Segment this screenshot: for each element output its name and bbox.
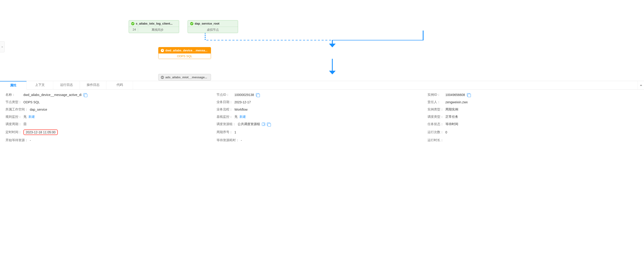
props-row: 节点类型ODPS SQL业务日期2023-12-17责任人zengweixin.…: [6, 100, 638, 104]
prop-value: 1: [234, 130, 236, 134]
prop-label: 节点类型: [6, 100, 22, 104]
props-cell: 业务日期2023-12-17: [216, 100, 428, 104]
properties-panel: 名称dwd_ailabs_device__message_active_di节点…: [0, 90, 644, 149]
collapse-panel-button[interactable]: [638, 81, 644, 89]
prop-value: 无: [24, 115, 26, 119]
props-cell: 名称dwd_ailabs_device__message_active_di: [6, 93, 216, 97]
graph-node-downstream[interactable]: ads_ailabs_miot__message...: [158, 74, 211, 81]
prop-value: 公共调度资源组: [238, 122, 260, 126]
props-cell: 责任人zengweixin.zwx: [428, 100, 638, 104]
prop-value: 10000029138: [234, 93, 254, 97]
prop-label: 周期序号: [216, 130, 232, 134]
prop-label: 业务流程: [216, 107, 232, 112]
props-cell: 实例ID10049656608: [428, 93, 638, 97]
props-cell: 任务状态等待时间: [428, 122, 638, 126]
props-row: 规则监控无新建基线监控无新建调度类型正常任务: [6, 115, 638, 119]
copy-icon[interactable]: [84, 93, 87, 96]
node-subtype: 虚拟节点: [190, 28, 236, 32]
prop-label: 等待资源耗时: [216, 138, 239, 142]
prop-label: 业务日期: [216, 100, 232, 104]
props-row: 所属工作空间dap_service业务流程Workflow实例类型周期实例: [6, 107, 638, 112]
prop-value: dap_service: [30, 108, 47, 111]
props-row: 开始等待资源-等待资源耗时-运行时长: [6, 138, 638, 142]
node-title: s_ailabs_iotx_log_client...: [136, 22, 172, 25]
prop-label: 调度周期: [6, 122, 22, 126]
prop-value: 2023-12-18 11:05:00: [24, 129, 58, 135]
tabs-bar: 属性上下文运行日志操作日志代码: [0, 81, 644, 90]
copy-icon[interactable]: [267, 123, 270, 126]
prop-link[interactable]: 新建: [240, 115, 246, 119]
prop-label: 实例类型: [428, 107, 444, 112]
tab-props[interactable]: 属性: [0, 81, 26, 90]
props-cell: 定时时间2023-12-18 11:05:00: [6, 129, 216, 135]
prop-value: 周期实例: [446, 107, 458, 112]
graph-node-current[interactable]: dwd_ailabs_device__messa... ODPS SQL: [158, 47, 211, 59]
prop-value: 等待时间: [446, 122, 458, 126]
minus-icon: [161, 76, 164, 79]
props-cell: 所属工作空间dap_service: [6, 107, 216, 112]
graph-edges: [0, 0, 644, 81]
prop-value: 10049656608: [446, 93, 465, 97]
node-subtype: ODPS SQL: [158, 54, 211, 59]
tab-code[interactable]: 代码: [106, 81, 133, 89]
props-cell: 节点类型ODPS SQL: [6, 100, 216, 104]
graph-node-source-1[interactable]: s_ailabs_iotx_log_client... 24离线同步: [129, 20, 179, 33]
props-cell: 等待资源耗时-: [216, 138, 428, 142]
prop-link[interactable]: 新建: [28, 115, 35, 119]
node-title: ads_ailabs_miot__message...: [165, 76, 207, 79]
prop-label: 节点ID: [216, 93, 232, 97]
prop-label: 实例ID: [428, 93, 444, 97]
prop-label: 规则监控: [6, 115, 22, 119]
prop-value: 无: [234, 115, 238, 119]
props-cell: 实例类型周期实例: [428, 107, 638, 112]
check-icon: [190, 22, 193, 25]
node-title: dwd_ailabs_device__messa...: [165, 49, 208, 52]
props-row: 定时时间2023-12-18 11:05:00周期序号1运行次数0: [6, 129, 638, 135]
tab-context[interactable]: 上下文: [26, 81, 53, 89]
props-cell: 调度周期日: [6, 122, 216, 126]
prop-value: -: [241, 138, 242, 142]
edit-icon[interactable]: [262, 123, 265, 126]
props-cell: 运行时长: [428, 138, 638, 142]
prop-label: 基线监控: [216, 115, 232, 119]
prop-value: Workflow: [234, 108, 248, 111]
prop-value: 0: [446, 130, 447, 134]
clock-icon: [161, 49, 164, 52]
graph-node-source-2[interactable]: dap_service_root 虚拟节点: [188, 20, 238, 33]
copy-icon[interactable]: [467, 93, 470, 96]
prop-label: 责任人: [428, 100, 444, 104]
prop-label: 调度资源组: [216, 122, 236, 126]
prop-value: 日: [24, 122, 26, 126]
prop-value: ODPS SQL: [24, 100, 40, 104]
props-cell: 周期序号1: [216, 129, 428, 135]
dag-graph: s_ailabs_iotx_log_client... 24离线同步 dap_s…: [0, 0, 644, 81]
props-cell: 业务流程Workflow: [216, 107, 428, 112]
props-row: 名称dwd_ailabs_device__message_active_di节点…: [6, 93, 638, 97]
prop-label: 定时时间: [6, 130, 22, 134]
prop-value: -: [30, 138, 31, 142]
props-cell: 基线监控无新建: [216, 115, 428, 119]
prop-label: 名称: [6, 93, 22, 97]
node-subtype: 离线同步: [138, 28, 177, 32]
props-row: 调度周期日调度资源组公共调度资源组任务状态等待时间: [6, 122, 638, 126]
tab-runlog[interactable]: 运行日志: [53, 81, 80, 89]
prop-label: 调度类型: [428, 115, 444, 119]
prop-value: dwd_ailabs_device__message_active_di: [24, 93, 82, 97]
copy-icon[interactable]: [256, 93, 259, 96]
chevron-down-icon: [640, 85, 642, 86]
node-count: 24: [131, 28, 138, 32]
check-icon: [131, 22, 134, 25]
prop-value: zengweixin.zwx: [446, 100, 468, 104]
prop-value: 2023-12-17: [234, 100, 251, 104]
prop-label: 开始等待资源: [6, 138, 28, 142]
prop-label: 运行时长: [428, 138, 444, 142]
prop-label: 所属工作空间: [6, 107, 28, 112]
node-title: dap_service_root: [195, 22, 220, 25]
props-cell: 调度资源组公共调度资源组: [216, 122, 428, 126]
prop-label: 任务状态: [428, 122, 444, 126]
props-cell: 调度类型正常任务: [428, 115, 638, 119]
tab-oplog[interactable]: 操作日志: [80, 81, 106, 89]
props-cell: 运行次数0: [428, 129, 638, 135]
props-cell: 规则监控无新建: [6, 115, 216, 119]
props-cell: 节点ID10000029138: [216, 93, 428, 97]
